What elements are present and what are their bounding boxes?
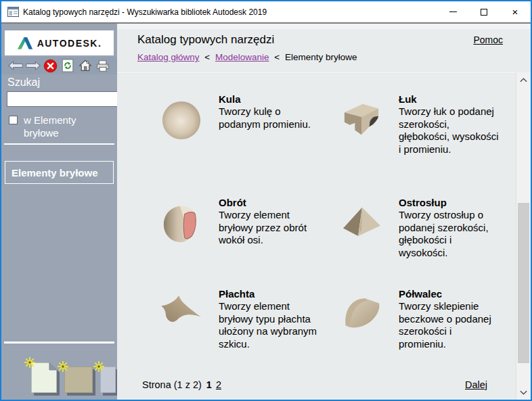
category-box[interactable]: Elementy bryłowe bbox=[5, 161, 114, 184]
sparkle-icon bbox=[24, 357, 35, 368]
tool-name: Płachta bbox=[219, 288, 322, 300]
main-header: Katalog typowych narzędzi Pomoc Katalog … bbox=[117, 29, 531, 72]
half-cylinder-icon[interactable] bbox=[340, 294, 384, 350]
tool-name: Półwalec bbox=[399, 288, 502, 300]
new-page-template-icon[interactable] bbox=[31, 362, 57, 393]
sidebar: AUTODESK. bbox=[1, 24, 117, 400]
autodesk-logo-text: AUTODESK. bbox=[37, 38, 102, 49]
tool-grid: Kula Tworzy kulę o podanym promieniu. bbox=[160, 93, 504, 350]
next-page-link[interactable]: Dalej bbox=[465, 379, 487, 390]
sparkle-icon bbox=[58, 361, 68, 372]
maximize-button[interactable] bbox=[468, 1, 500, 22]
tool-item-polwalec[interactable]: Półwalec Tworzy sklepienie beczkowe o po… bbox=[340, 288, 504, 350]
titlebar: Katalog typowych narzędzi - Wyszukiwarka… bbox=[1, 1, 531, 22]
nav-toolbar bbox=[1, 57, 117, 74]
header-strip bbox=[117, 24, 531, 29]
tool-description: Tworzy łuk o podanej szerokości, głęboko… bbox=[399, 105, 502, 156]
stop-icon[interactable] bbox=[43, 58, 59, 73]
window-controls: × bbox=[437, 1, 531, 22]
app-icon bbox=[7, 7, 19, 17]
tool-description: Tworzy kulę o podanym promieniu. bbox=[219, 105, 322, 131]
tool-description: Tworzy element bryłowy typu płachta ułoż… bbox=[219, 300, 322, 350]
close-icon: × bbox=[512, 7, 518, 17]
page-1: 1 bbox=[206, 379, 212, 390]
sphere-icon[interactable] bbox=[160, 99, 204, 197]
tool-description: Tworzy ostrosłup o podanej szerokości, g… bbox=[399, 209, 502, 259]
pagination: Strona (1 z 2)12 Dalej bbox=[142, 379, 487, 390]
page-info: Strona (1 z 2)12 bbox=[142, 379, 221, 390]
tool-item-ostroslup[interactable]: Ostrosłup Tworzy ostrosłup o podanej sze… bbox=[340, 197, 504, 288]
page-2-link[interactable]: 2 bbox=[216, 379, 221, 390]
new-narrow-template-icon[interactable] bbox=[100, 367, 116, 393]
tool-name: Obrót bbox=[219, 197, 322, 208]
minimize-button[interactable] bbox=[437, 1, 468, 22]
breadcrumb: Katalog główny < Modelowanie < Elementy … bbox=[137, 52, 503, 62]
sidebar-divider-bottom bbox=[4, 341, 114, 344]
help-link[interactable]: Pomoc bbox=[473, 34, 503, 45]
autodesk-logo-icon bbox=[17, 37, 33, 50]
new-square-template-icon[interactable] bbox=[64, 367, 93, 393]
breadcrumb-katalog-glowny[interactable]: Katalog główny bbox=[137, 52, 200, 62]
breadcrumb-current: Elementy bryłowe bbox=[285, 52, 357, 62]
category-label: Elementy bryłowe bbox=[12, 167, 98, 179]
header-divider bbox=[117, 72, 531, 74]
search-row: OK bbox=[7, 91, 115, 107]
page-info-label: Strona (1 z 2) bbox=[142, 379, 202, 390]
app-window: Katalog typowych narzędzi - Wyszukiwarka… bbox=[0, 0, 532, 401]
scope-checkbox[interactable] bbox=[9, 116, 18, 124]
main-panel: Katalog typowych narzędzi Pomoc Katalog … bbox=[117, 24, 531, 400]
tool-item-luk[interactable]: Łuk Tworzy łuk o podanej szerokości, głę… bbox=[340, 93, 504, 197]
pyramid-icon[interactable] bbox=[340, 203, 384, 288]
window-title: Katalog typowych narzędzi - Wyszukiwarka… bbox=[23, 7, 437, 17]
chevron-down-icon bbox=[520, 390, 527, 395]
sidebar-divider bbox=[4, 143, 114, 145]
tool-description: Tworzy sklepienie beczkowe o podanej sze… bbox=[399, 300, 502, 350]
scrollbar-thumb[interactable] bbox=[518, 203, 529, 363]
search-scope-row: w Elementy bryłowe bbox=[9, 114, 114, 140]
breadcrumb-modelowanie[interactable]: Modelowanie bbox=[215, 52, 269, 62]
tool-item-plachta[interactable]: Płachta Tworzy element bryłowy typu płac… bbox=[160, 288, 340, 350]
tool-name: Ostrosłup bbox=[399, 197, 502, 208]
scope-checkbox-label: w Elementy bryłowe bbox=[24, 114, 93, 140]
autodesk-logo: AUTODESK. bbox=[5, 30, 114, 55]
page-title: Katalog typowych narzędzi bbox=[137, 33, 274, 47]
sheet-icon[interactable] bbox=[160, 294, 204, 350]
breadcrumb-separator: < bbox=[274, 52, 280, 62]
search-label: Szukaj bbox=[7, 76, 40, 89]
chevron-up-icon bbox=[520, 78, 527, 82]
tool-item-obrot[interactable]: Obrót Tworzy element bryłowy przez obrót… bbox=[160, 197, 340, 288]
revolve-icon[interactable] bbox=[160, 203, 204, 288]
tool-description: Tworzy element bryłowy przez obrót wokół… bbox=[219, 209, 322, 247]
close-button[interactable]: × bbox=[500, 1, 531, 22]
tool-name: Kula bbox=[219, 93, 322, 105]
breadcrumb-separator: < bbox=[204, 52, 210, 62]
minimize-icon bbox=[449, 11, 457, 12]
sparkle-icon bbox=[93, 361, 104, 372]
print-icon[interactable] bbox=[95, 58, 111, 73]
tool-name: Łuk bbox=[399, 93, 502, 105]
tool-item-kula[interactable]: Kula Tworzy kulę o podanym promieniu. bbox=[160, 93, 340, 197]
vertical-scrollbar[interactable] bbox=[516, 72, 531, 400]
arch-icon[interactable] bbox=[340, 99, 384, 197]
refresh-icon[interactable] bbox=[60, 58, 76, 73]
maximize-icon bbox=[481, 9, 487, 16]
home-icon[interactable] bbox=[77, 58, 93, 73]
scroll-down-button[interactable] bbox=[516, 385, 531, 400]
search-input[interactable] bbox=[7, 91, 131, 107]
template-icons-row bbox=[1, 350, 117, 393]
back-icon[interactable] bbox=[7, 58, 24, 73]
forward-icon[interactable] bbox=[25, 58, 41, 73]
scroll-up-button[interactable] bbox=[516, 72, 531, 87]
